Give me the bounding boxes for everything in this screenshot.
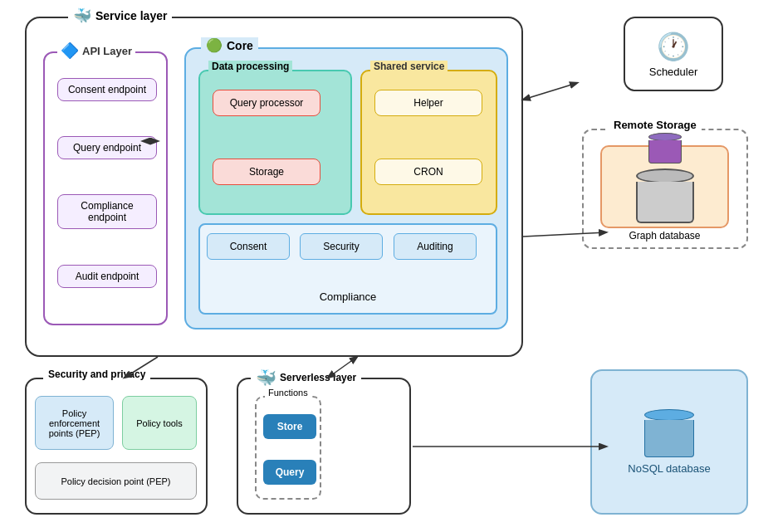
scheduler-label: Scheduler — [649, 66, 698, 78]
db-small-icon — [648, 133, 682, 164]
graph-database: Graph database — [600, 145, 729, 228]
api-icon: 🔷 — [61, 41, 79, 60]
serverless-layer: 🐳 Serverless layer Functions Store Query — [237, 378, 411, 515]
docker-icon: 🐳 — [73, 7, 91, 25]
api-layer-label: 🔷 API Layer — [57, 41, 135, 60]
serverless-label: 🐳 Serverless layer — [251, 368, 361, 388]
auditing-section: Auditing — [394, 233, 477, 260]
store-function: Store — [263, 414, 316, 439]
core-icon: 🟢 — [206, 37, 223, 53]
shared-service: Shared service Helper CRON — [360, 70, 497, 215]
compliance-endpoint: Compliance endpoint — [57, 194, 157, 229]
compliance-label: Compliance — [200, 286, 496, 308]
query-endpoint: Query endpoint — [57, 136, 157, 159]
policy-decision-point: Policy decision point (PEP) — [35, 462, 197, 500]
service-layer-label: 🐳 Service layer — [68, 7, 172, 25]
core-label: 🟢 Core — [201, 37, 258, 53]
nosql-label: NoSQL database — [628, 462, 710, 475]
storage: Storage — [213, 159, 320, 185]
remote-storage-label: Remote Storage — [609, 119, 702, 131]
data-processing: Data processing Query processor Storage — [198, 70, 352, 215]
db-cylinder-icon — [636, 168, 694, 223]
consent-section: Consent — [207, 233, 290, 260]
cron: CRON — [374, 159, 482, 185]
audit-endpoint: Audit endpoint — [57, 265, 157, 288]
remote-storage: Remote Storage Graph database — [582, 129, 748, 249]
svg-line-1 — [523, 83, 577, 100]
api-layer: 🔷 API Layer Consent endpoint Query endpo… — [43, 51, 168, 325]
functions-dashed: Functions Store Query — [255, 396, 321, 500]
core-box: 🟢 Core Data processing Query processor S… — [184, 47, 508, 329]
scheduler-box: 🕐 Scheduler — [624, 17, 723, 91]
policy-tools: Policy tools — [122, 396, 197, 450]
query-processor: Query processor — [213, 90, 320, 116]
shared-service-label: Shared service — [370, 61, 448, 72]
bottom-section: Consent Security Auditing Compliance — [198, 223, 497, 315]
clock-icon: 🕐 — [657, 31, 690, 62]
policy-enforcement-points: Policy enforcement points (PEP) — [35, 396, 114, 450]
data-processing-label: Data processing — [208, 61, 292, 72]
query-function: Query — [263, 460, 316, 485]
security-section: Security — [300, 233, 383, 260]
consent-endpoint: Consent endpoint — [57, 78, 157, 101]
helper: Helper — [374, 90, 482, 116]
graph-database-label: Graph database — [629, 230, 700, 242]
functions-label: Functions — [265, 388, 311, 398]
security-privacy: Security and privacy Policy enforcement … — [25, 378, 208, 515]
security-privacy-label: Security and privacy — [43, 368, 150, 380]
nosql-db-top — [644, 409, 694, 421]
nosql-db-body — [644, 420, 694, 457]
service-layer: 🐳 Service layer 🔷 API Layer Consent endp… — [25, 17, 523, 357]
diagram: 🐳 Service layer 🔷 API Layer Consent endp… — [0, 0, 773, 532]
nosql-database: NoSQL database — [590, 369, 748, 515]
docker-serverless-icon: 🐳 — [256, 368, 276, 388]
